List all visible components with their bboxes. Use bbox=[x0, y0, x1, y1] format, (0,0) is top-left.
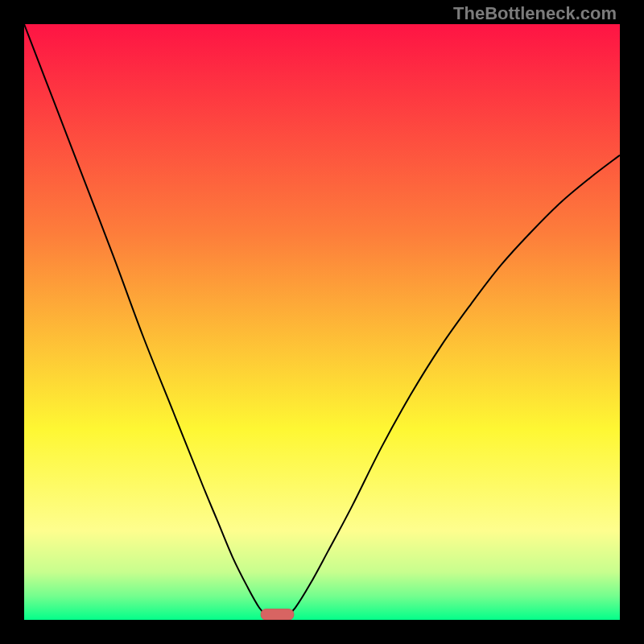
chart-svg bbox=[24, 24, 620, 620]
minimum-marker bbox=[261, 609, 294, 620]
plot-area bbox=[24, 24, 620, 620]
watermark-text: TheBottleneck.com bbox=[453, 3, 617, 24]
gradient-background bbox=[24, 24, 620, 620]
outer-frame: TheBottleneck.com bbox=[0, 0, 644, 644]
